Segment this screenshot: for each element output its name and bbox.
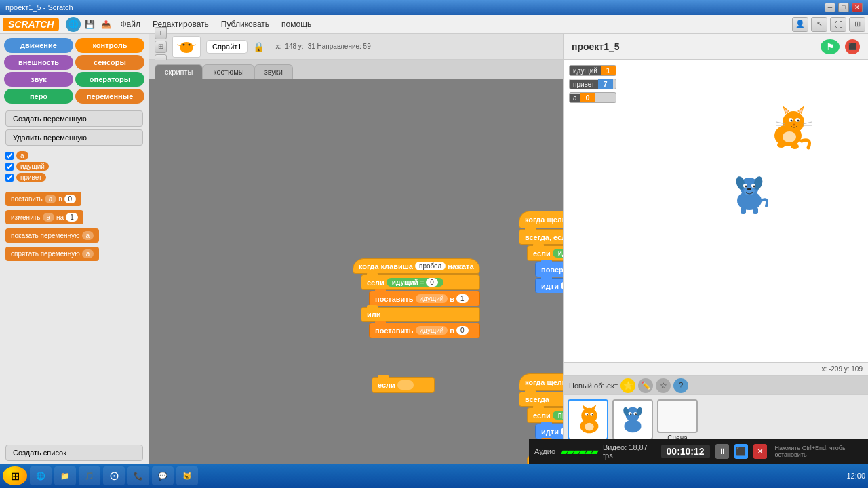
category-sound[interactable]: звук xyxy=(4,72,73,87)
scene-box[interactable] xyxy=(657,399,698,433)
sprite-dog xyxy=(726,168,773,218)
category-looks[interactable]: внешность xyxy=(4,55,73,70)
minimize-button[interactable]: ─ xyxy=(825,3,835,12)
category-operator[interactable]: операторы xyxy=(75,72,144,87)
close-button[interactable]: ✕ xyxy=(852,3,863,12)
sprite-box-2[interactable] xyxy=(612,399,653,440)
new-sprite-question-icon[interactable]: ? xyxy=(673,378,688,393)
recording-hint: Нажмите Ctrl+End, чтобы остановить xyxy=(775,445,863,458)
settings-icon[interactable]: ⊞ xyxy=(849,17,865,32)
scripts-area[interactable]: когда клавиша пробел нажата если идущий … xyxy=(149,79,563,464)
svg-point-4 xyxy=(189,43,191,45)
block-forever-if[interactable]: всегда, если мышка нажата? xyxy=(519,229,563,245)
new-sprite-star-icon[interactable]: ☆ xyxy=(656,378,671,393)
publish-menu[interactable]: Публиковать xyxy=(216,18,275,31)
variable-checkbox-idushiy[interactable] xyxy=(5,163,14,171)
block-point-towards[interactable]: повернуться к указатель мыши xyxy=(535,262,563,277)
recording-pause-button[interactable]: ⏸ xyxy=(715,444,729,459)
block-stack-key-event: когда клавиша пробел нажата если идущий … xyxy=(353,258,480,338)
fit-button[interactable]: ⊞ xyxy=(155,41,167,53)
tab-sounds[interactable]: звуки xyxy=(254,64,293,79)
block-val-1: 1 xyxy=(66,213,78,222)
recording-audio-label: Аудио xyxy=(534,447,555,455)
save-icon[interactable]: 💾 xyxy=(82,17,97,32)
create-variable-button[interactable]: Создать переменную xyxy=(5,110,143,127)
profile-icon[interactable]: 👤 xyxy=(792,17,808,32)
taskbar-chrome[interactable]: ⊙ xyxy=(103,466,125,485)
block-or[interactable]: или xyxy=(361,307,480,322)
block-if[interactable]: если идущий = 0 xyxy=(361,274,480,290)
recording-time: 00:10:12 xyxy=(661,445,710,458)
cursor-icon[interactable]: ↖ xyxy=(811,17,827,32)
block-lone-if[interactable]: если xyxy=(372,377,435,393)
svg-point-23 xyxy=(777,142,785,148)
block-move-10[interactable]: идти 10 шагов xyxy=(535,278,563,293)
block-when-flag-clicked-2[interactable]: когда щелкнут по ⚑ xyxy=(519,373,563,391)
share-icon[interactable]: 📤 xyxy=(98,17,113,32)
stop-button[interactable]: ⬛ xyxy=(845,39,860,54)
block-show-var-badge: а xyxy=(82,231,94,240)
taskbar-ie[interactable]: 🌐 xyxy=(30,466,52,485)
variable-badge-a: a xyxy=(16,151,28,160)
taskbar-media[interactable]: 🎵 xyxy=(79,466,100,485)
left-buttons: Создать переменную Удалить переменную xyxy=(0,108,149,148)
category-sensor[interactable]: сенсоры xyxy=(75,55,144,70)
tab-scripts[interactable]: скрипты xyxy=(155,64,203,79)
taskbar-scratch[interactable]: 🐱 xyxy=(176,466,198,485)
block-if-privet[interactable]: если привет = 7 xyxy=(527,407,563,423)
green-flag-button[interactable]: ⚑ xyxy=(821,39,840,54)
taskbar-phone[interactable]: 📞 xyxy=(127,466,149,485)
file-menu[interactable]: Файл xyxy=(115,18,146,31)
recording-stop-button[interactable]: ⬛ xyxy=(734,444,748,459)
svg-rect-36 xyxy=(753,207,758,214)
new-sprite-paint-icon[interactable]: ⭐ xyxy=(620,378,635,393)
variable-checkbox-privet[interactable] xyxy=(5,174,14,182)
zoom-in-button[interactable]: + xyxy=(155,27,167,39)
maximize-button[interactable]: □ xyxy=(838,3,849,12)
new-sprite-edit-icon[interactable]: ✏️ xyxy=(638,378,653,393)
block-move-10-b[interactable]: идти 10 шагов xyxy=(535,424,563,439)
language-globe-icon[interactable]: 🌐 xyxy=(66,17,81,32)
if-val-0: 0 xyxy=(426,278,438,287)
taskbar-skype[interactable]: 💬 xyxy=(152,466,174,485)
svg-point-45 xyxy=(585,423,594,431)
block-set-idushiy-1[interactable]: поставить идущий в 1 xyxy=(369,291,480,306)
taskbar-explorer[interactable]: 📁 xyxy=(54,466,76,485)
block-hide-variable[interactable]: спрятать переменную а xyxy=(5,247,99,261)
if-condition: идущий = 0 xyxy=(387,278,443,287)
block-forever-2[interactable]: всегда xyxy=(519,392,563,407)
tab-costumes[interactable]: костюмы xyxy=(203,64,254,79)
var-val-privet: 7 xyxy=(598,79,613,89)
block-set-variable[interactable]: поставить а в 0 xyxy=(5,192,81,206)
help-menu[interactable]: помощь xyxy=(276,18,317,31)
svg-point-24 xyxy=(791,144,799,149)
variable-item-a: a xyxy=(5,151,143,160)
category-pen[interactable]: перо xyxy=(4,89,73,104)
category-grid: движение контроль внешность сенсоры звук… xyxy=(0,34,149,108)
block-if-idushiy: если идущий = 0 поставить идущий в 1 или… xyxy=(361,274,480,338)
variable-item-privet: привет xyxy=(5,173,143,182)
svg-point-52 xyxy=(635,413,637,415)
recording-close-button[interactable]: ✕ xyxy=(753,444,767,459)
block-change-variable[interactable]: изменить а на 1 xyxy=(5,210,83,224)
sprite-name[interactable]: Спрайт1 xyxy=(206,40,248,54)
category-control[interactable]: контроль xyxy=(75,38,144,53)
create-list-button[interactable]: Создать список xyxy=(5,445,143,461)
start-button[interactable]: ⊞ xyxy=(3,466,27,485)
block-when-key-pressed[interactable]: когда клавиша пробел нажата xyxy=(353,258,480,274)
variable-item-idushiy: идущий xyxy=(5,162,143,171)
sprite-box-1[interactable] xyxy=(568,399,608,440)
block-set-idushiy-0[interactable]: поставить идущий в 0 xyxy=(369,323,480,338)
category-motion[interactable]: движение xyxy=(4,38,73,53)
variable-checkbox-a[interactable] xyxy=(5,152,14,160)
block-when-flag-clicked-1[interactable]: когда щелкнут по ⚑ xyxy=(519,211,563,228)
block-show-variable[interactable]: показать переменную а xyxy=(5,228,99,243)
delete-variable-button[interactable]: Удалить переменную xyxy=(5,129,143,146)
fullscreen-icon[interactable]: ⛶ xyxy=(830,17,846,32)
svg-point-32 xyxy=(745,186,747,188)
idushiy-badge2: идущий xyxy=(416,326,448,335)
block-if-2[interactable]: если идущий = 0 xyxy=(527,245,563,261)
category-variable[interactable]: переменные xyxy=(75,89,144,104)
svg-point-34 xyxy=(747,188,751,190)
dog-svg xyxy=(726,168,773,216)
